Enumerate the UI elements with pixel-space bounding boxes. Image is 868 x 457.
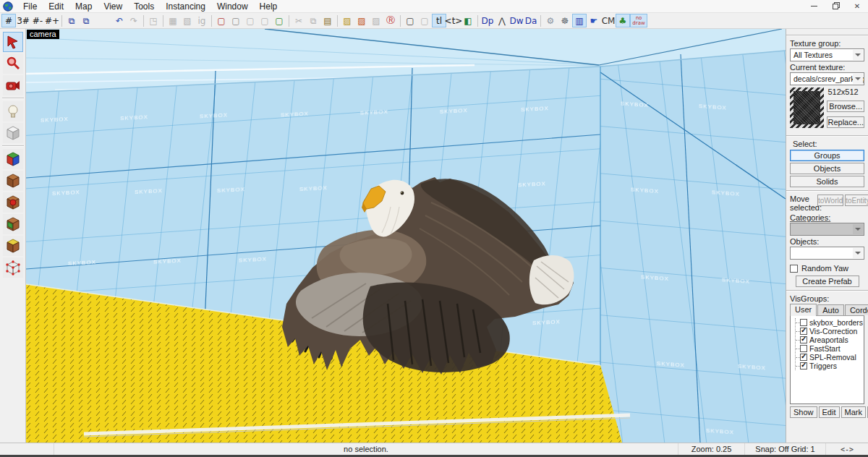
- visgroups-tab-user[interactable]: User: [790, 304, 817, 316]
- visgroup-edit-button[interactable]: Edit: [819, 406, 840, 418]
- cut-button[interactable]: ✂: [292, 14, 306, 27]
- displacement-paint-button[interactable]: Dp: [480, 14, 495, 27]
- visgroup-item[interactable]: Triggers: [796, 362, 864, 370]
- visgroup-checkbox[interactable]: [800, 319, 807, 326]
- displacement-alpha-button[interactable]: Da: [524, 14, 538, 27]
- categories-dropdown[interactable]: [790, 223, 864, 236]
- menu-item[interactable]: Instancing: [160, 0, 211, 13]
- apply-decals-tool-icon[interactable]: [3, 192, 23, 213]
- rotation-lock-button[interactable]: Ⓡ: [383, 14, 398, 27]
- displacement-lock-button[interactable]: ▨: [369, 14, 383, 27]
- cubemap-button[interactable]: CM: [601, 14, 616, 27]
- helper-toggle-button[interactable]: ⚙: [543, 14, 558, 27]
- status-snap: Snap: Off Grid: 1: [745, 443, 826, 455]
- to-entity-button[interactable]: toEntity: [845, 195, 868, 206]
- menu-item[interactable]: File: [17, 0, 43, 13]
- undo-button[interactable]: ↶: [112, 14, 127, 27]
- group-button[interactable]: ▦: [166, 14, 180, 27]
- restore-button[interactable]: [825, 0, 846, 13]
- model-fade-button[interactable]: ☸: [558, 14, 572, 27]
- visgroup-checkbox[interactable]: [800, 336, 807, 343]
- visgroup-checkbox[interactable]: [800, 354, 807, 361]
- to-world-button[interactable]: toWorld: [817, 195, 843, 206]
- overlay-tool-icon[interactable]: [3, 214, 23, 234]
- visgroup-checkbox[interactable]: [800, 328, 807, 335]
- select-bounds-button[interactable]: ▢: [403, 14, 417, 27]
- copy-button[interactable]: ⧉: [306, 14, 320, 27]
- cordon-expand-button[interactable]: ▢: [243, 14, 258, 27]
- save-window-state-button[interactable]: ⧉: [79, 14, 93, 27]
- texture-lock-button[interactable]: ▨: [340, 14, 354, 27]
- magnify-tool-icon[interactable]: [3, 54, 23, 74]
- auto-selection-button[interactable]: ▢: [417, 14, 432, 27]
- vertex-tool-icon[interactable]: [3, 257, 23, 278]
- visgroup-item[interactable]: Areaportals: [796, 336, 864, 344]
- smaller-grid-button[interactable]: #-: [30, 14, 45, 27]
- larger-grid-button[interactable]: #+: [45, 14, 59, 27]
- visgroups-tab-cordon[interactable]: Cordon: [845, 304, 868, 315]
- menu-item[interactable]: Tools: [128, 0, 160, 13]
- cordon-shrink-button[interactable]: ▢: [258, 14, 272, 27]
- ignore-groups-button[interactable]: ig: [195, 14, 209, 27]
- load-window-state-button[interactable]: ⧉: [64, 14, 79, 27]
- menu-item[interactable]: Edit: [43, 0, 69, 13]
- random-yaw-row[interactable]: Random Yaw: [790, 264, 864, 273]
- displacement-wireframe-button[interactable]: Dw: [509, 14, 524, 27]
- menu-item[interactable]: Window: [211, 0, 254, 13]
- radius-culling-button[interactable]: ▢: [272, 14, 286, 27]
- menu-item[interactable]: Map: [69, 0, 98, 13]
- select-solids-button[interactable]: Solids: [790, 176, 864, 187]
- redo-button[interactable]: ↷: [127, 14, 141, 27]
- skybox-right-wall[interactable]: [600, 51, 786, 443]
- texture-preview[interactable]: [790, 87, 824, 128]
- viewport-camera-label[interactable]: camera: [27, 30, 59, 39]
- menu-item[interactable]: Help: [254, 0, 284, 13]
- clipping-tool-icon[interactable]: [3, 236, 23, 256]
- block-tool-icon[interactable]: [3, 123, 23, 143]
- carve-button[interactable]: ◳: [146, 14, 161, 27]
- snap-to-grid-button[interactable]: #: [1, 14, 16, 27]
- create-prefab-button[interactable]: Create Prefab: [796, 276, 859, 287]
- displacement-mask-button[interactable]: ⋀: [495, 14, 509, 27]
- ungroup-button[interactable]: ▧: [180, 14, 195, 27]
- visgroup-checkbox[interactable]: [800, 345, 807, 352]
- visgroup-checkbox[interactable]: [800, 362, 807, 370]
- objects-dropdown[interactable]: [790, 247, 864, 260]
- detail-objects-button[interactable]: ▥: [572, 14, 587, 27]
- status-resize-grip[interactable]: <->: [826, 443, 868, 455]
- visgroup-mark-button[interactable]: Mark: [841, 406, 866, 418]
- cordon-toggle-button[interactable]: ▢: [229, 14, 243, 27]
- random-yaw-checkbox[interactable]: [790, 265, 798, 273]
- replace-button[interactable]: Replace...: [827, 116, 864, 128]
- edge-handles-button[interactable]: <t>: [446, 14, 461, 27]
- cordon-edit-button[interactable]: ▢: [214, 14, 229, 27]
- texture-application-tool-icon[interactable]: [3, 149, 23, 169]
- visgroups-tab-auto[interactable]: Auto: [817, 304, 844, 315]
- paste-button[interactable]: ▤: [320, 14, 335, 27]
- selection-tool-icon[interactable]: [3, 32, 23, 52]
- minimize-button[interactable]: [803, 0, 825, 13]
- window-controls: ✕: [803, 0, 868, 13]
- paint-button[interactable]: ☛: [587, 14, 601, 27]
- apply-current-texture-tool-icon[interactable]: [3, 171, 23, 191]
- current-texture-dropdown[interactable]: decals/csrev_parkings: [790, 72, 864, 85]
- visgroup-show-button[interactable]: Show: [790, 406, 817, 418]
- select-label: Select:: [793, 140, 864, 148]
- entity-tool-icon[interactable]: [3, 101, 23, 121]
- nodraw-preview-button[interactable]: no draw: [630, 14, 647, 27]
- 3d-viewport[interactable]: camera: [26, 29, 786, 443]
- grid-3d-button[interactable]: 3#: [16, 14, 30, 27]
- select-objects-button[interactable]: Objects: [790, 163, 864, 174]
- toolbar-gap: [93, 14, 112, 27]
- texture-group-dropdown[interactable]: All Textures: [790, 48, 864, 61]
- camera-tool-icon[interactable]: [3, 75, 23, 95]
- menu-item[interactable]: View: [98, 0, 128, 13]
- detail-sprites-button[interactable]: ♣: [616, 14, 630, 27]
- texture-scale-lock-button[interactable]: ▨: [354, 14, 369, 27]
- eagle-eye: [401, 192, 404, 195]
- flip-orientation-button[interactable]: ◧: [461, 14, 475, 27]
- select-groups-button[interactable]: Groups: [790, 150, 864, 161]
- visgroups-list[interactable]: skybox_borders Vis-Correction Areaportal…: [790, 316, 864, 404]
- browse-button[interactable]: Browse...: [827, 101, 864, 112]
- close-button[interactable]: ✕: [846, 0, 868, 13]
